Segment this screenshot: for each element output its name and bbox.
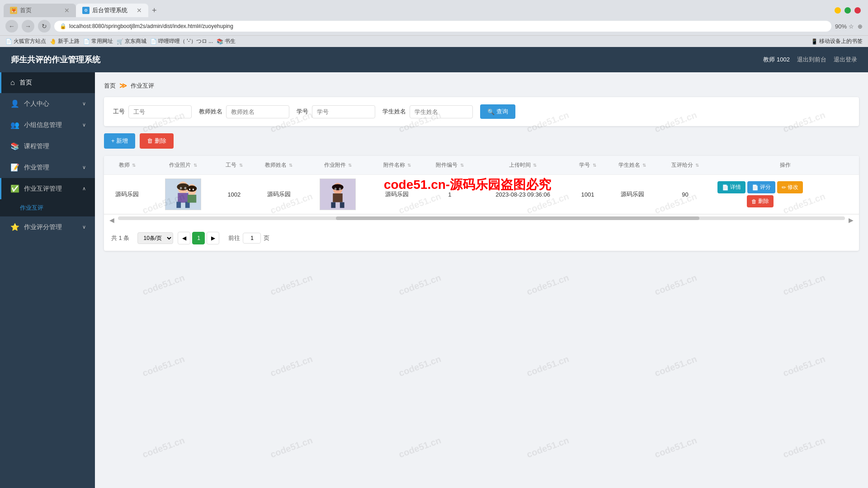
delete-label: 删除	[758, 197, 769, 205]
url-input[interactable]: 🔒 localhost:8080/springbootj8m2s/admin/d…	[54, 21, 831, 32]
homework-photo-img	[165, 178, 201, 210]
go-frontend-link[interactable]: 退出到前台	[797, 56, 826, 64]
sidebar-item-personal[interactable]: 👤 个人中心 ∨	[0, 93, 95, 114]
bookmark-common[interactable]: 📄 常用网址	[83, 38, 113, 45]
svg-point-21	[335, 188, 336, 190]
wm25: code51.cn	[99, 387, 238, 488]
detail-button[interactable]: 📄 详情	[717, 181, 745, 193]
scroll-left-arrow[interactable]: ◀	[108, 216, 116, 224]
sidebar-item-review-mgmt[interactable]: ✅ 作业互评管理 ∧	[0, 178, 95, 199]
svg-rect-17	[333, 193, 343, 202]
sidebar-sub-item-review[interactable]: 作业互评	[0, 199, 95, 216]
bookmark-shusheng[interactable]: 📚 书生	[217, 38, 236, 45]
per-page-select[interactable]: 10条/页 20条/页 50条/页	[137, 232, 173, 244]
page-next-button[interactable]: ▶	[207, 232, 219, 244]
new-tab-button[interactable]: +	[148, 4, 160, 17]
col-header-reviewscore: 互评给分 ⇅	[659, 156, 712, 175]
horizontal-scrollbar[interactable]: ◀ ▶	[104, 214, 859, 225]
scroll-right-arrow[interactable]: ▶	[847, 216, 855, 224]
sort-icon-studentid[interactable]: ⇅	[593, 163, 596, 168]
search-input-jobnumber[interactable]	[128, 105, 192, 118]
bookmark-firefox[interactable]: 📄 火狐官方站点	[5, 38, 46, 45]
bookmark-newbie[interactable]: 🤚 新手上路	[50, 38, 80, 45]
page-1-button[interactable]: 1	[192, 232, 205, 244]
back-button[interactable]: ←	[5, 20, 18, 33]
refresh-button[interactable]: ↻	[38, 20, 51, 33]
zoom-control: 90% ☆	[835, 23, 854, 30]
cell-attachnum: 1	[424, 175, 476, 214]
action-bar: + 新增 🗑 删除	[104, 133, 859, 149]
maximize-button[interactable]	[844, 7, 851, 14]
logout-link[interactable]: 退出登录	[834, 56, 857, 64]
window-controls	[835, 7, 864, 14]
sort-icon-attachnum[interactable]: ⇅	[460, 163, 464, 168]
sort-icon-jobnumber[interactable]: ⇅	[239, 163, 243, 168]
col-header-studentid: 学号 ⇅	[570, 156, 606, 175]
review-mgmt-icon: ✅	[10, 184, 19, 193]
bookmark-icon-newbie: 🤚	[50, 38, 57, 45]
search-button[interactable]: 🔍 查询	[480, 104, 515, 119]
col-header-studentname: 学生姓名 ⇅	[606, 156, 659, 175]
table-scroll-area[interactable]: 教师 ⇅ 作业照片 ⇅ 工号 ⇅	[104, 156, 859, 214]
page-unit: 页	[264, 234, 269, 242]
delete-row-button[interactable]: 🗑 删除	[747, 195, 774, 207]
svg-rect-23	[331, 202, 336, 208]
page-prev-button[interactable]: ◀	[178, 232, 190, 244]
sort-icon-teachername[interactable]: ⇅	[289, 163, 292, 168]
chevron-score-mgmt: ∨	[82, 224, 86, 230]
uploadtime-value: 2023-08-23 09:36:06	[495, 191, 550, 198]
sidebar-item-home[interactable]: ⌂ 首页	[0, 72, 95, 93]
bookmark-label-mobile: 移动设备上的书签	[819, 38, 863, 45]
search-input-teachername[interactable]	[226, 105, 289, 118]
sort-icon-attachment[interactable]: ⇅	[348, 163, 352, 168]
data-table: 教师 ⇅ 作业照片 ⇅ 工号 ⇅	[104, 156, 859, 214]
svg-point-18	[332, 184, 344, 191]
tab-admin-close[interactable]: ✕	[137, 7, 142, 14]
tab-admin[interactable]: ⚙ 后台管理系统 ✕	[76, 4, 148, 17]
search-label-studentname: 学生姓名	[382, 108, 406, 116]
table-header-row: 教师 ⇅ 作业照片 ⇅ 工号 ⇅	[104, 156, 859, 175]
forward-button[interactable]: →	[22, 20, 34, 33]
sort-icon-uploadtime[interactable]: ⇅	[533, 163, 537, 168]
search-input-studentname[interactable]	[410, 105, 473, 118]
bookmark-label-jd: 京东商城	[125, 38, 146, 45]
cell-attachname: 源码乐园	[371, 175, 424, 214]
goto-input[interactable]	[243, 233, 261, 244]
app: 师生共评的作业管理系统 教师 1002 退出到前台 退出登录 ⌂ 首页 👤 个人…	[0, 47, 868, 488]
bookmark-jd[interactable]: 🛒 京东商城	[117, 38, 146, 45]
app-title: 师生共评的作业管理系统	[11, 54, 100, 65]
sort-icon-teacher[interactable]: ⇅	[132, 163, 136, 168]
sort-icon-photo[interactable]: ⇅	[193, 163, 197, 168]
bookmark-mobile[interactable]: 📱 移动设备上的书签	[811, 38, 863, 45]
scroll-thumb[interactable]	[336, 216, 699, 220]
sidebar-item-course[interactable]: 📚 课程管理	[0, 136, 95, 157]
bookmark-bilibili[interactable]: 📄 哔哩哔哩（ '-'）つロ ...	[150, 38, 213, 45]
sort-icon-attachname[interactable]: ⇅	[407, 163, 411, 168]
sidebar-item-group[interactable]: 👥 小组信息管理 ∨	[0, 114, 95, 136]
review-button[interactable]: 📄 评分	[747, 181, 775, 193]
add-button[interactable]: + 新增	[104, 133, 135, 149]
minimize-button[interactable]	[835, 7, 841, 14]
pagination-bar: 共 1 条 10条/页 20条/页 50条/页 ◀ 1 ▶ 前往 页	[104, 225, 859, 251]
sidebar-item-score-mgmt[interactable]: ⭐ 作业评分管理 ∨	[0, 216, 95, 238]
tab-home-close[interactable]: ✕	[64, 7, 70, 14]
edit-button[interactable]: ✏ 修改	[777, 181, 803, 193]
search-input-studentid[interactable]	[312, 105, 375, 118]
address-bar: ← → ↻ 🔒 localhost:8080/springbootj8m2s/a…	[0, 17, 868, 35]
sort-icon-reviewscore[interactable]: ⇅	[695, 163, 699, 168]
home-favicon: 🦊	[10, 7, 17, 14]
breadcrumb-home[interactable]: 首页	[104, 82, 116, 90]
wm22: code51.cn	[474, 306, 622, 426]
tab-home[interactable]: 🦊 首页 ✕	[4, 4, 76, 17]
search-icon: 🔍	[487, 108, 495, 115]
total-count: 共 1 条	[111, 234, 129, 242]
sidebar-label-score-mgmt: 作业评分管理	[24, 223, 62, 231]
sidebar-item-homework[interactable]: 📝 作业管理 ∨	[0, 157, 95, 178]
svg-rect-14	[188, 195, 197, 203]
close-window-button[interactable]	[854, 7, 861, 14]
batch-delete-button[interactable]: 🗑 删除	[140, 133, 174, 149]
sidebar-label-group: 小组信息管理	[24, 121, 62, 129]
sort-icon-studentname[interactable]: ⇅	[642, 163, 646, 168]
lock-icon: 🔒	[60, 23, 66, 29]
svg-point-7	[185, 188, 186, 189]
